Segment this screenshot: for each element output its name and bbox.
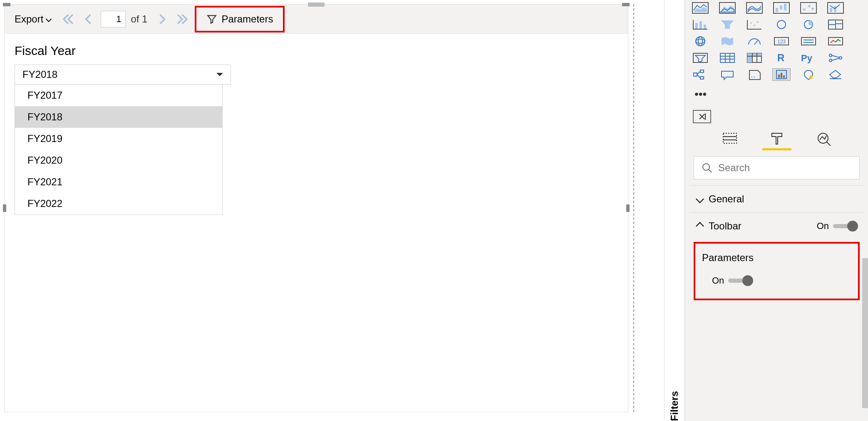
viz-multirow-card-icon[interactable] bbox=[799, 35, 818, 47]
visualizations-pane: 123 R Py ••• bbox=[685, 0, 868, 421]
svg-rect-64 bbox=[700, 77, 704, 79]
analytics-tab[interactable] bbox=[813, 131, 834, 150]
combo-option[interactable]: FY2020 bbox=[15, 149, 222, 171]
viz-kpi-icon[interactable] bbox=[826, 35, 845, 47]
next-page-button[interactable] bbox=[155, 12, 170, 27]
viz-globe-icon[interactable] bbox=[691, 35, 709, 47]
svg-point-71 bbox=[809, 75, 813, 79]
svg-point-22 bbox=[754, 25, 755, 26]
viz-table-icon[interactable] bbox=[718, 52, 737, 64]
resize-handle[interactable] bbox=[622, 3, 630, 6]
viz-treemap-icon[interactable] bbox=[826, 18, 845, 31]
viz-funnel-icon[interactable] bbox=[718, 18, 737, 31]
report-canvas[interactable]: Export of 1 Parameters bbox=[4, 4, 628, 412]
scrollbar-thumb[interactable] bbox=[862, 258, 868, 408]
combo-option[interactable]: FY2019 bbox=[15, 128, 222, 149]
viz-area-chart-icon[interactable] bbox=[691, 2, 709, 14]
combo-option[interactable]: FY2021 bbox=[15, 171, 222, 193]
svg-rect-70 bbox=[783, 75, 785, 78]
search-input[interactable] bbox=[718, 162, 852, 174]
first-page-button[interactable] bbox=[61, 12, 76, 27]
viz-matrix-icon[interactable] bbox=[745, 52, 764, 64]
svg-marker-20 bbox=[721, 20, 734, 29]
viz-ribbon-icon[interactable] bbox=[745, 2, 764, 14]
viz-narrative-icon[interactable] bbox=[745, 68, 764, 81]
parameters-button[interactable]: Parameters bbox=[199, 9, 280, 29]
viz-bar-icon[interactable] bbox=[691, 18, 709, 31]
fields-tab[interactable] bbox=[719, 131, 740, 150]
prev-page-button[interactable] bbox=[81, 12, 96, 27]
combo-selected-value: FY2018 bbox=[22, 69, 57, 80]
viz-r-icon[interactable]: R bbox=[772, 52, 791, 64]
filters-label: Filters bbox=[669, 3, 680, 421]
svg-rect-42 bbox=[720, 53, 734, 62]
format-tab[interactable] bbox=[766, 131, 787, 150]
viz-eraser-icon[interactable] bbox=[826, 68, 845, 81]
viz-donut-icon[interactable] bbox=[772, 18, 791, 31]
toolbar-section-header[interactable]: Toolbar On bbox=[689, 212, 864, 239]
svg-rect-76 bbox=[723, 133, 737, 143]
svg-rect-49 bbox=[747, 53, 761, 56]
page-number-input[interactable] bbox=[101, 11, 126, 27]
combo-option[interactable]: FY2022 bbox=[15, 193, 222, 214]
report-body: Fiscal Year FY2018 FY2017 FY2018 FY2019 … bbox=[5, 34, 628, 95]
filters-pane-tab[interactable]: Filters bbox=[664, 0, 685, 421]
svg-point-21 bbox=[750, 22, 752, 24]
svg-rect-8 bbox=[780, 5, 782, 10]
format-search[interactable] bbox=[694, 156, 860, 179]
svg-point-65 bbox=[751, 76, 753, 78]
resize-handle[interactable] bbox=[3, 3, 10, 6]
viz-stacked-area-icon[interactable] bbox=[718, 2, 737, 14]
viz-decomposition-icon[interactable] bbox=[691, 68, 709, 81]
last-page-button[interactable] bbox=[175, 12, 190, 27]
viz-gauge-icon[interactable] bbox=[745, 35, 764, 47]
viz-arcgis-icon[interactable] bbox=[799, 68, 818, 81]
toggle-state: On bbox=[712, 275, 724, 286]
viz-filled-map-icon[interactable] bbox=[718, 35, 737, 47]
svg-point-31 bbox=[696, 37, 705, 46]
switch-icon bbox=[833, 224, 856, 228]
svg-point-23 bbox=[757, 21, 759, 23]
svg-rect-10 bbox=[801, 2, 816, 13]
svg-rect-19 bbox=[704, 25, 706, 29]
combo-option[interactable]: FY2018 bbox=[15, 106, 222, 128]
toolbar-section-label: Toolbar bbox=[709, 220, 742, 232]
highlight-parameters-setting: Parameters On bbox=[694, 242, 860, 300]
svg-line-82 bbox=[709, 169, 712, 172]
svg-point-57 bbox=[839, 57, 842, 59]
svg-point-24 bbox=[777, 20, 786, 29]
viz-dot-plot-icon[interactable] bbox=[745, 18, 764, 31]
resize-handle[interactable] bbox=[308, 2, 325, 7]
svg-text:Py: Py bbox=[801, 53, 813, 63]
resize-handle[interactable] bbox=[626, 204, 630, 212]
viz-key-influencers-icon[interactable] bbox=[826, 52, 845, 64]
funnel-icon bbox=[206, 14, 217, 25]
svg-line-34 bbox=[754, 40, 758, 45]
viz-card-icon[interactable]: 123 bbox=[772, 35, 791, 47]
highlight-parameters: Parameters bbox=[195, 6, 285, 32]
viz-scatter-icon[interactable] bbox=[799, 2, 818, 14]
viz-python-icon[interactable]: Py bbox=[799, 52, 818, 64]
combo-display[interactable]: FY2018 bbox=[15, 65, 231, 85]
export-button[interactable]: Export bbox=[10, 10, 56, 28]
viz-pie-icon[interactable] bbox=[799, 18, 818, 31]
more-visuals-button[interactable]: ••• bbox=[689, 85, 864, 103]
visualization-gallery: 123 R Py bbox=[689, 0, 864, 85]
viz-qa-icon[interactable] bbox=[718, 68, 737, 81]
viz-paginated-icon[interactable] bbox=[772, 68, 791, 81]
general-section-header[interactable]: General bbox=[689, 185, 864, 212]
resize-handle[interactable] bbox=[3, 204, 6, 212]
toolbar-toggle[interactable]: On bbox=[817, 221, 856, 232]
viz-waterfall-icon[interactable] bbox=[772, 2, 791, 14]
svg-line-80 bbox=[826, 142, 831, 146]
viz-slicer-icon[interactable] bbox=[691, 52, 709, 64]
combo-option[interactable]: FY2017 bbox=[15, 85, 222, 106]
parameters-toggle[interactable]: On bbox=[702, 275, 851, 286]
svg-line-59 bbox=[832, 58, 839, 60]
svg-rect-7 bbox=[776, 8, 778, 12]
svg-point-56 bbox=[829, 59, 832, 62]
remove-field-button[interactable] bbox=[693, 110, 711, 123]
svg-point-12 bbox=[808, 5, 811, 7]
viz-combo-icon[interactable] bbox=[826, 2, 845, 14]
fiscal-year-combo[interactable]: FY2018 FY2017 FY2018 FY2019 FY2020 FY202… bbox=[15, 65, 231, 85]
